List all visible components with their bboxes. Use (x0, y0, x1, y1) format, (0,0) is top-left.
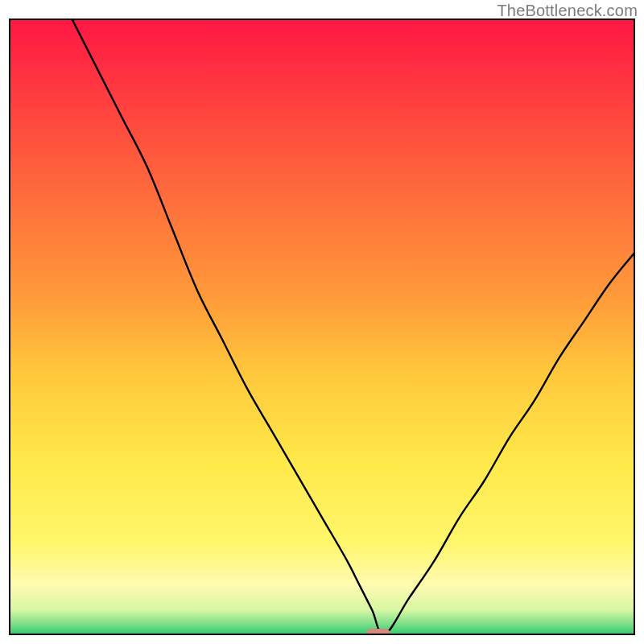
watermark-text: TheBottleneck.com (497, 2, 638, 20)
bottleneck-chart (0, 0, 644, 644)
chart-stage: TheBottleneck.com (0, 0, 644, 644)
gradient-background (10, 19, 634, 634)
